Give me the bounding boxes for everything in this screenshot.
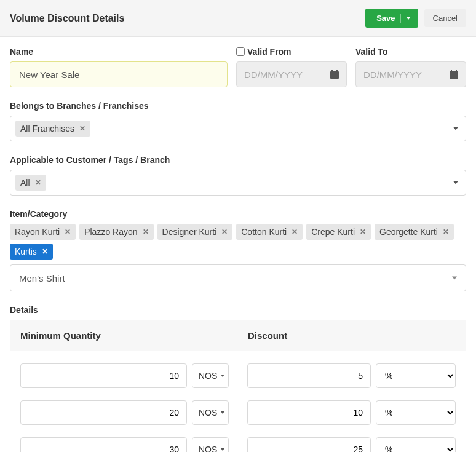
branch-tag-0-remove-icon[interactable]: ✕ bbox=[79, 124, 85, 133]
disc-cell: % bbox=[247, 363, 456, 388]
qty-cell: NOS bbox=[20, 437, 229, 452]
branches-dropdown-caret-icon[interactable] bbox=[453, 127, 458, 130]
details-row: NOS% bbox=[10, 394, 466, 431]
disc-cell: % bbox=[247, 437, 456, 452]
valid-to-input[interactable]: DD/MM/YYYY bbox=[355, 61, 466, 87]
item-tag-1[interactable]: Plazzo Rayon✕ bbox=[79, 224, 153, 240]
qty-unit-label: NOS bbox=[199, 408, 217, 418]
valid-from-label: Valid From bbox=[247, 47, 292, 57]
valid-to-label: Valid To bbox=[355, 47, 466, 57]
item-tag-0-remove-icon[interactable]: ✕ bbox=[65, 228, 71, 236]
disc-input[interactable] bbox=[247, 437, 371, 452]
customer-tag-0-remove-icon[interactable]: ✕ bbox=[35, 178, 41, 187]
item-tag-0[interactable]: Rayon Kurti✕ bbox=[10, 224, 76, 240]
save-button[interactable]: Save bbox=[365, 9, 418, 28]
details-row: NOS% bbox=[10, 357, 466, 394]
items-label: Item/Category bbox=[10, 209, 466, 219]
valid-from-checkbox[interactable] bbox=[236, 47, 245, 56]
qty-unit-caret-icon bbox=[221, 411, 224, 414]
branches-tag-input[interactable]: All Franchises✕ bbox=[10, 116, 466, 141]
details-row: NOS% bbox=[10, 431, 466, 452]
col-header-qty: Minimum Quantity bbox=[10, 320, 238, 351]
branch-tag-0[interactable]: All Franchises✕ bbox=[15, 121, 90, 137]
item-tag-2-remove-icon[interactable]: ✕ bbox=[221, 228, 228, 236]
disc-unit-select[interactable]: % bbox=[376, 400, 456, 425]
calendar-icon[interactable] bbox=[450, 70, 458, 79]
qty-cell: NOS bbox=[20, 400, 229, 425]
items-select-caret-icon[interactable] bbox=[452, 277, 457, 280]
qty-cell: NOS bbox=[20, 363, 229, 388]
valid-from-label-wrap: Valid From bbox=[236, 47, 347, 57]
qty-unit-label: NOS bbox=[199, 445, 217, 452]
item-tag-3-label: Cotton Kurti bbox=[241, 227, 287, 237]
customer-tag-0[interactable]: All✕ bbox=[15, 175, 46, 191]
section-customers: Applicable to Customer / Tags / Branch A… bbox=[10, 155, 466, 196]
item-tag-5-label: Georgette Kurti bbox=[379, 227, 438, 237]
qty-input[interactable] bbox=[20, 437, 187, 452]
details-body: NOS%NOS%NOS% bbox=[10, 351, 466, 452]
branch-tag-0-label: All Franchises bbox=[20, 124, 74, 133]
name-label: Name bbox=[10, 47, 228, 57]
qty-unit-select[interactable]: NOS bbox=[192, 363, 229, 388]
item-tag-6-remove-icon[interactable]: ✕ bbox=[42, 247, 48, 256]
qty-unit-select[interactable]: NOS bbox=[192, 437, 229, 452]
disc-unit-select[interactable]: % bbox=[376, 437, 456, 452]
item-tag-3[interactable]: Cotton Kurti✕ bbox=[236, 224, 303, 240]
disc-cell: % bbox=[247, 400, 456, 425]
items-select[interactable]: Men's Shirt bbox=[10, 264, 466, 291]
cancel-button[interactable]: Cancel bbox=[424, 9, 466, 27]
customers-tag-input[interactable]: All✕ bbox=[10, 170, 466, 196]
save-button-label: Save bbox=[376, 14, 395, 23]
section-items: Item/Category Rayon Kurti✕Plazzo Rayon✕D… bbox=[10, 209, 466, 291]
item-tag-4-label: Crepe Kurti bbox=[311, 227, 355, 237]
item-tag-1-remove-icon[interactable]: ✕ bbox=[143, 228, 149, 236]
disc-input[interactable] bbox=[247, 400, 371, 425]
qty-unit-label: NOS bbox=[199, 371, 217, 381]
details-table: Minimum Quantity Discount NOS%NOS%NOS% bbox=[10, 320, 466, 452]
section-details: Details Minimum Quantity Discount NOS%NO… bbox=[10, 305, 466, 452]
col-header-disc: Discount bbox=[238, 320, 466, 351]
details-label: Details bbox=[10, 305, 466, 315]
row-name-dates: Name Valid From DD/MM/YYYY Valid To DD/M… bbox=[10, 47, 466, 87]
save-dropdown-caret-icon[interactable] bbox=[406, 17, 411, 20]
item-tag-2-label: Designer Kurti bbox=[162, 227, 217, 237]
qty-unit-caret-icon bbox=[221, 448, 224, 451]
section-branches: Belongs to Branches / Franchises All Fra… bbox=[10, 101, 466, 141]
name-input[interactable] bbox=[10, 61, 228, 87]
field-name: Name bbox=[10, 47, 228, 87]
calendar-icon[interactable] bbox=[330, 70, 339, 79]
customers-dropdown-caret-icon[interactable] bbox=[453, 181, 458, 184]
cancel-button-label: Cancel bbox=[433, 14, 458, 23]
item-tag-5-remove-icon[interactable]: ✕ bbox=[443, 228, 449, 236]
page-title: Volume Discount Details bbox=[10, 13, 124, 24]
customer-tag-0-label: All bbox=[20, 178, 30, 188]
valid-from-placeholder: DD/MM/YYYY bbox=[244, 69, 330, 80]
item-tag-6-label: Kurtis bbox=[15, 247, 37, 256]
disc-unit-select[interactable]: % bbox=[376, 363, 456, 388]
valid-from-input[interactable]: DD/MM/YYYY bbox=[236, 61, 347, 87]
item-tag-5[interactable]: Georgette Kurti✕ bbox=[375, 224, 454, 240]
item-tag-3-remove-icon[interactable]: ✕ bbox=[292, 228, 298, 236]
details-header: Minimum Quantity Discount bbox=[10, 320, 466, 351]
customers-label: Applicable to Customer / Tags / Branch bbox=[10, 155, 466, 165]
valid-to-placeholder: DD/MM/YYYY bbox=[363, 69, 450, 80]
item-tag-4[interactable]: Crepe Kurti✕ bbox=[306, 224, 371, 240]
item-tag-0-label: Rayon Kurti bbox=[15, 227, 60, 237]
qty-input[interactable] bbox=[20, 363, 187, 388]
field-valid-to: Valid To DD/MM/YYYY bbox=[355, 47, 466, 87]
save-button-divider bbox=[400, 14, 401, 23]
field-valid-from: Valid From DD/MM/YYYY bbox=[236, 47, 347, 87]
form-content: Name Valid From DD/MM/YYYY Valid To DD/M… bbox=[0, 37, 476, 452]
item-tag-1-label: Plazzo Rayon bbox=[84, 227, 137, 237]
header-actions: Save Cancel bbox=[365, 9, 466, 28]
items-select-value: Men's Shirt bbox=[19, 273, 65, 283]
qty-input[interactable] bbox=[20, 400, 187, 425]
qty-unit-caret-icon bbox=[221, 375, 224, 377]
disc-input[interactable] bbox=[247, 363, 371, 388]
item-tag-2[interactable]: Designer Kurti✕ bbox=[157, 224, 233, 240]
item-tag-4-remove-icon[interactable]: ✕ bbox=[360, 228, 366, 236]
page-header: Volume Discount Details Save Cancel bbox=[0, 0, 476, 37]
branches-label: Belongs to Branches / Franchises bbox=[10, 101, 466, 111]
item-tag-6[interactable]: Kurtis✕ bbox=[10, 244, 53, 260]
qty-unit-select[interactable]: NOS bbox=[192, 400, 229, 425]
